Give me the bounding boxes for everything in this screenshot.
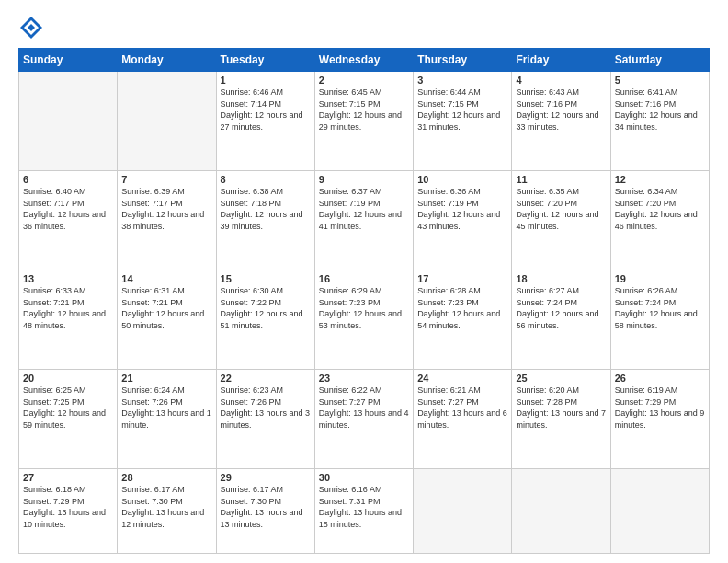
- day-cell: 5Sunrise: 6:41 AM Sunset: 7:16 PM Daylig…: [610, 72, 709, 171]
- header-row: SundayMondayTuesdayWednesdayThursdayFrid…: [19, 49, 710, 72]
- day-info: Sunrise: 6:19 AM Sunset: 7:29 PM Dayligh…: [615, 385, 705, 431]
- day-number: 29: [221, 472, 311, 483]
- day-cell: 3Sunrise: 6:44 AM Sunset: 7:15 PM Daylig…: [414, 72, 512, 171]
- day-info: Sunrise: 6:34 AM Sunset: 7:20 PM Dayligh…: [615, 186, 705, 232]
- week-row-1: 1Sunrise: 6:46 AM Sunset: 7:14 PM Daylig…: [19, 72, 710, 171]
- day-info: Sunrise: 6:18 AM Sunset: 7:29 PM Dayligh…: [23, 484, 113, 530]
- day-info: Sunrise: 6:35 AM Sunset: 7:20 PM Dayligh…: [516, 186, 606, 232]
- day-info: Sunrise: 6:20 AM Sunset: 7:28 PM Dayligh…: [516, 385, 606, 431]
- day-info: Sunrise: 6:36 AM Sunset: 7:19 PM Dayligh…: [417, 186, 507, 232]
- calendar: SundayMondayTuesdayWednesdayThursdayFrid…: [18, 48, 710, 554]
- day-info: Sunrise: 6:29 AM Sunset: 7:23 PM Dayligh…: [319, 285, 409, 331]
- day-info: Sunrise: 6:17 AM Sunset: 7:30 PM Dayligh…: [221, 484, 311, 530]
- day-number: 10: [417, 174, 507, 185]
- day-info: Sunrise: 6:37 AM Sunset: 7:19 PM Dayligh…: [319, 186, 409, 232]
- day-cell: 17Sunrise: 6:28 AM Sunset: 7:23 PM Dayli…: [414, 270, 512, 369]
- day-info: Sunrise: 6:16 AM Sunset: 7:31 PM Dayligh…: [319, 484, 409, 530]
- day-number: 16: [319, 273, 409, 284]
- col-header-saturday: Saturday: [610, 49, 709, 72]
- day-cell: 28Sunrise: 6:17 AM Sunset: 7:30 PM Dayli…: [118, 468, 216, 553]
- day-info: Sunrise: 6:27 AM Sunset: 7:24 PM Dayligh…: [516, 285, 606, 331]
- day-cell: 8Sunrise: 6:38 AM Sunset: 7:18 PM Daylig…: [216, 170, 314, 270]
- day-cell: [19, 72, 118, 171]
- day-number: 5: [615, 75, 705, 86]
- day-info: Sunrise: 6:21 AM Sunset: 7:27 PM Dayligh…: [417, 385, 507, 431]
- day-info: Sunrise: 6:39 AM Sunset: 7:17 PM Dayligh…: [121, 186, 211, 232]
- day-info: Sunrise: 6:23 AM Sunset: 7:26 PM Dayligh…: [221, 385, 311, 431]
- day-number: 13: [23, 273, 113, 284]
- day-number: 30: [319, 472, 409, 483]
- day-info: Sunrise: 6:31 AM Sunset: 7:21 PM Dayligh…: [121, 285, 211, 331]
- week-row-4: 20Sunrise: 6:25 AM Sunset: 7:25 PM Dayli…: [19, 369, 710, 468]
- day-info: Sunrise: 6:45 AM Sunset: 7:15 PM Dayligh…: [319, 86, 409, 132]
- day-number: 21: [121, 373, 211, 384]
- week-row-2: 6Sunrise: 6:40 AM Sunset: 7:17 PM Daylig…: [19, 170, 710, 270]
- day-number: 28: [121, 472, 211, 483]
- day-number: 17: [417, 273, 507, 284]
- day-cell: 12Sunrise: 6:34 AM Sunset: 7:20 PM Dayli…: [610, 170, 709, 270]
- day-cell: 18Sunrise: 6:27 AM Sunset: 7:24 PM Dayli…: [512, 270, 610, 369]
- day-cell: [512, 468, 610, 553]
- day-cell: [610, 468, 709, 553]
- day-number: 11: [516, 174, 606, 185]
- day-info: Sunrise: 6:17 AM Sunset: 7:30 PM Dayligh…: [121, 484, 211, 530]
- day-number: 19: [615, 273, 705, 284]
- day-number: 4: [516, 75, 606, 86]
- day-number: 27: [23, 472, 113, 483]
- logo: [18, 15, 48, 40]
- day-cell: 16Sunrise: 6:29 AM Sunset: 7:23 PM Dayli…: [314, 270, 413, 369]
- day-cell: 7Sunrise: 6:39 AM Sunset: 7:17 PM Daylig…: [118, 170, 216, 270]
- day-cell: 4Sunrise: 6:43 AM Sunset: 7:16 PM Daylig…: [512, 72, 610, 171]
- col-header-thursday: Thursday: [414, 49, 512, 72]
- day-info: Sunrise: 6:46 AM Sunset: 7:14 PM Dayligh…: [221, 86, 311, 132]
- day-cell: 29Sunrise: 6:17 AM Sunset: 7:30 PM Dayli…: [216, 468, 314, 553]
- day-number: 14: [121, 273, 211, 284]
- day-cell: 30Sunrise: 6:16 AM Sunset: 7:31 PM Dayli…: [314, 468, 413, 553]
- day-cell: 19Sunrise: 6:26 AM Sunset: 7:24 PM Dayli…: [610, 270, 709, 369]
- col-header-friday: Friday: [512, 49, 610, 72]
- day-info: Sunrise: 6:25 AM Sunset: 7:25 PM Dayligh…: [23, 385, 113, 431]
- day-info: Sunrise: 6:44 AM Sunset: 7:15 PM Dayligh…: [417, 86, 507, 132]
- day-cell: 13Sunrise: 6:33 AM Sunset: 7:21 PM Dayli…: [19, 270, 118, 369]
- day-info: Sunrise: 6:24 AM Sunset: 7:26 PM Dayligh…: [121, 385, 211, 431]
- day-number: 7: [121, 174, 211, 185]
- day-number: 3: [417, 75, 507, 86]
- day-number: 6: [23, 174, 113, 185]
- day-cell: 10Sunrise: 6:36 AM Sunset: 7:19 PM Dayli…: [414, 170, 512, 270]
- col-header-monday: Monday: [118, 49, 216, 72]
- day-info: Sunrise: 6:33 AM Sunset: 7:21 PM Dayligh…: [23, 285, 113, 331]
- day-info: Sunrise: 6:30 AM Sunset: 7:22 PM Dayligh…: [221, 285, 311, 331]
- day-info: Sunrise: 6:41 AM Sunset: 7:16 PM Dayligh…: [615, 86, 705, 132]
- day-number: 9: [319, 174, 409, 185]
- day-number: 18: [516, 273, 606, 284]
- day-cell: 6Sunrise: 6:40 AM Sunset: 7:17 PM Daylig…: [19, 170, 118, 270]
- day-cell: 15Sunrise: 6:30 AM Sunset: 7:22 PM Dayli…: [216, 270, 314, 369]
- day-cell: 23Sunrise: 6:22 AM Sunset: 7:27 PM Dayli…: [314, 369, 413, 468]
- day-cell: 26Sunrise: 6:19 AM Sunset: 7:29 PM Dayli…: [610, 369, 709, 468]
- day-number: 15: [221, 273, 311, 284]
- col-header-sunday: Sunday: [19, 49, 118, 72]
- day-number: 1: [221, 75, 311, 86]
- day-cell: 22Sunrise: 6:23 AM Sunset: 7:26 PM Dayli…: [216, 369, 314, 468]
- day-number: 8: [221, 174, 311, 185]
- day-cell: 2Sunrise: 6:45 AM Sunset: 7:15 PM Daylig…: [314, 72, 413, 171]
- week-row-5: 27Sunrise: 6:18 AM Sunset: 7:29 PM Dayli…: [19, 468, 710, 553]
- day-cell: 14Sunrise: 6:31 AM Sunset: 7:21 PM Dayli…: [118, 270, 216, 369]
- day-cell: [414, 468, 512, 553]
- logo-icon: [18, 15, 44, 40]
- day-info: Sunrise: 6:28 AM Sunset: 7:23 PM Dayligh…: [417, 285, 507, 331]
- day-number: 22: [221, 373, 311, 384]
- day-number: 20: [23, 373, 113, 384]
- day-cell: 27Sunrise: 6:18 AM Sunset: 7:29 PM Dayli…: [19, 468, 118, 553]
- day-number: 12: [615, 174, 705, 185]
- day-info: Sunrise: 6:22 AM Sunset: 7:27 PM Dayligh…: [319, 385, 409, 431]
- day-number: 2: [319, 75, 409, 86]
- day-info: Sunrise: 6:40 AM Sunset: 7:17 PM Dayligh…: [23, 186, 113, 232]
- day-number: 23: [319, 373, 409, 384]
- day-number: 26: [615, 373, 705, 384]
- day-cell: 11Sunrise: 6:35 AM Sunset: 7:20 PM Dayli…: [512, 170, 610, 270]
- day-info: Sunrise: 6:38 AM Sunset: 7:18 PM Dayligh…: [221, 186, 311, 232]
- day-cell: [118, 72, 216, 171]
- col-header-wednesday: Wednesday: [314, 49, 413, 72]
- day-cell: 24Sunrise: 6:21 AM Sunset: 7:27 PM Dayli…: [414, 369, 512, 468]
